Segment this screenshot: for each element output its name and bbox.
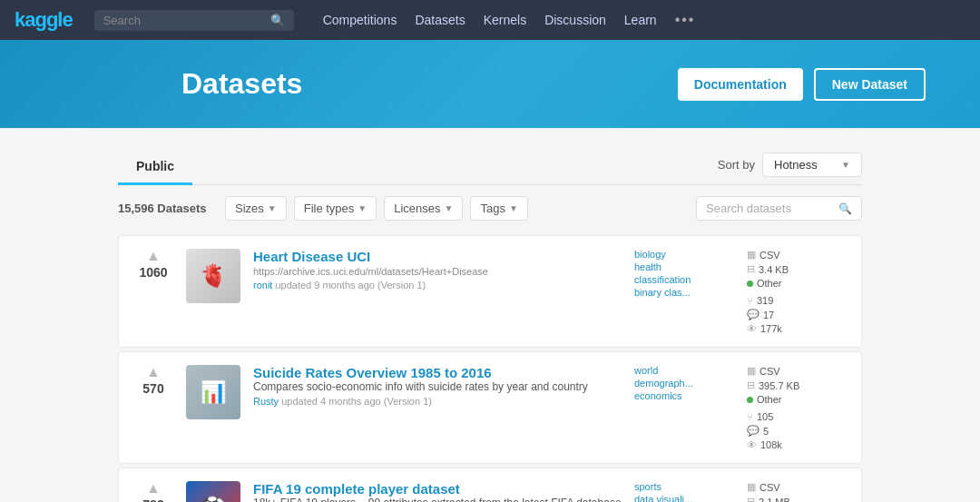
upvote-button[interactable]: ▲ (146, 481, 161, 496)
dataset-author[interactable]: Rusty (253, 396, 279, 407)
logo[interactable]: kaggle (15, 8, 73, 32)
page-title: Datasets (181, 67, 302, 101)
tag-link[interactable]: economics (634, 390, 734, 401)
stat-license: Other (747, 394, 847, 405)
stat-size: ⊟ 3.4 KB (747, 263, 847, 275)
dataset-author[interactable]: ronit (253, 280, 272, 290)
license-dot (747, 281, 753, 287)
stat-license-value: Other (757, 278, 782, 289)
nav-learn[interactable]: Learn (624, 13, 657, 27)
stats-column: ▦ CSV ⊟ 395.7 KB Other ⑂ 105 💬 5 👁 108k (747, 365, 847, 450)
dataset-title[interactable]: Suicide Rates Overview 1985 to 2016 (253, 365, 622, 380)
tag-link[interactable]: sports (634, 481, 734, 492)
tag-link[interactable]: data visuali... (634, 494, 734, 502)
dataset-title[interactable]: FIFA 19 complete player dataset (253, 481, 622, 497)
hero-banner: Datasets Documentation New Dataset (0, 40, 980, 128)
stat-format-value: CSV (760, 366, 780, 377)
stat-comments-value: 5 (763, 426, 769, 437)
file-icon: ▦ (747, 365, 756, 377)
stat-size: ⊟ 2.1 MB (747, 496, 847, 502)
license-dot (747, 397, 753, 403)
tag-link[interactable]: classification (634, 274, 734, 285)
sort-label: Sort by (718, 158, 755, 172)
licenses-label: Licenses (394, 202, 440, 215)
search-bar: 🔍 (94, 10, 294, 31)
stat-comments-value: 17 (763, 310, 774, 320)
nav-discussion[interactable]: Discussion (544, 13, 606, 27)
dataset-version: (Version 1) (384, 396, 432, 407)
tag-link[interactable]: binary clas... (634, 287, 734, 298)
dataset-info: Heart Disease UCI https://archive.ics.uc… (253, 249, 622, 290)
dataset-updated: updated 4 months ago (281, 396, 380, 407)
fork-icon: ⑂ (747, 411, 753, 422)
hero-actions: Documentation New Dataset (678, 68, 926, 101)
nav-competitions[interactable]: Competitions (323, 13, 397, 27)
tag-link[interactable]: world (634, 365, 734, 376)
dataset-card: ▲ 782 ⚽ FIFA 19 complete player dataset … (118, 468, 862, 502)
search-input[interactable] (103, 14, 263, 27)
navbar: kaggle 🔍 Competitions Datasets Kernels D… (0, 0, 980, 40)
vote-column: ▲ 1060 (133, 249, 173, 280)
dataset-version: (Version 1) (377, 280, 426, 290)
licenses-filter[interactable]: Licenses ▼ (384, 196, 463, 221)
dataset-card: ▲ 1060 🫀 Heart Disease UCI https://archi… (118, 235, 862, 348)
filter-bar: 15,596 Datasets Sizes ▼ File types ▼ Lic… (118, 196, 862, 221)
stat-comments: 💬 5 (747, 425, 847, 437)
file-icon: ▦ (747, 481, 756, 493)
documentation-button[interactable]: Documentation (678, 68, 803, 101)
tabs: Public (118, 150, 192, 184)
stat-license-value: Other (757, 394, 782, 405)
chevron-down-icon: ▼ (509, 203, 518, 213)
nav-kernels[interactable]: Kernels (484, 13, 526, 27)
stat-size-value: 2.1 MB (759, 497, 790, 503)
fork-icon: ⑂ (747, 295, 753, 306)
nav-links: Competitions Datasets Kernels Discussion… (323, 12, 696, 28)
new-dataset-button[interactable]: New Dataset (814, 68, 926, 101)
tab-public[interactable]: Public (118, 150, 192, 185)
file-icon: ▦ (747, 249, 756, 261)
search-datasets-input[interactable] (706, 202, 833, 215)
dataset-meta: Rusty updated 4 months ago (Version 1) (253, 396, 622, 407)
search-icon: 🔍 (838, 202, 852, 215)
nav-datasets[interactable]: Datasets (415, 13, 465, 27)
tags-filter[interactable]: Tags ▼ (470, 196, 527, 221)
stat-format-value: CSV (760, 250, 780, 261)
vote-count: 570 (142, 381, 163, 396)
more-menu[interactable]: ••• (675, 12, 696, 28)
chevron-down-icon: ▼ (445, 203, 454, 213)
main-content: Public Sort by Hotness ▼ 15,596 Datasets… (118, 128, 862, 502)
dataset-card: ▲ 570 📊 Suicide Rates Overview 1985 to 2… (118, 351, 862, 464)
tag-link[interactable]: biology (634, 249, 734, 260)
disk-icon: ⊟ (747, 379, 755, 391)
stats-column: ▦ CSV ⊟ 3.4 KB Other ⑂ 319 💬 17 👁 177k (747, 249, 847, 334)
sort-dropdown[interactable]: Hotness ▼ (762, 153, 862, 177)
vote-count: 1060 (139, 265, 167, 280)
stat-forks: ⑂ 319 (747, 295, 847, 306)
upvote-button[interactable]: ▲ (146, 365, 161, 379)
stats-column: ▦ CSV ⊟ 2.1 MB CC4 ⑂ 140 💬 11 👁 125k (747, 481, 847, 502)
stat-size-value: 395.7 KB (759, 380, 799, 391)
sort-value: Hotness (774, 158, 818, 172)
filetypes-filter[interactable]: File types ▼ (294, 196, 377, 221)
eye-icon: 👁 (747, 439, 757, 450)
stat-downloads: 👁 177k (747, 323, 847, 334)
tags-column: biologyhealthclassificationbinary clas..… (634, 249, 734, 298)
dataset-title[interactable]: Heart Disease UCI (253, 249, 622, 264)
stat-forks-value: 105 (757, 411, 773, 422)
upvote-button[interactable]: ▲ (146, 249, 161, 263)
disk-icon: ⊟ (747, 496, 755, 502)
stat-comments: 💬 17 (747, 309, 847, 320)
tag-link[interactable]: health (634, 261, 734, 272)
stat-format: ▦ CSV (747, 365, 847, 377)
dataset-list: ▲ 1060 🫀 Heart Disease UCI https://archi… (118, 235, 862, 502)
stat-downloads: 👁 108k (747, 439, 847, 450)
tag-link[interactable]: demograph... (634, 378, 734, 389)
tags-column: sportsdata visuali...regression ...+ 2 m… (634, 481, 734, 502)
sizes-filter[interactable]: Sizes ▼ (225, 196, 287, 221)
eye-icon: 👁 (747, 323, 757, 334)
stat-format-value: CSV (760, 482, 780, 493)
dataset-description: Compares socio-economic info with suicid… (253, 380, 622, 393)
vote-column: ▲ 782 (133, 481, 173, 502)
sort-bar: Sort by Hotness ▼ (718, 153, 862, 177)
search-datasets-bar: 🔍 (696, 196, 862, 221)
